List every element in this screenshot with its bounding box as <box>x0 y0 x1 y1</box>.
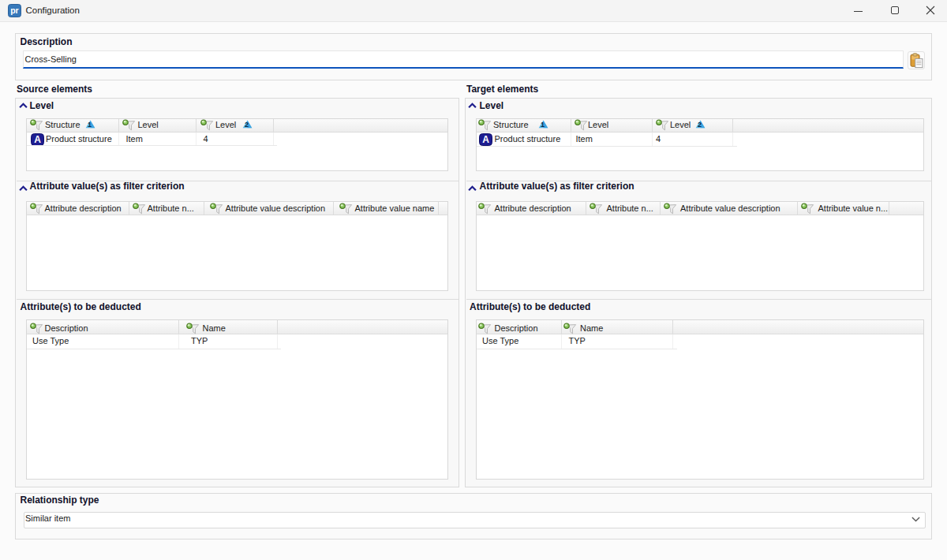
svg-text:A: A <box>34 134 41 145</box>
svg-text:A: A <box>482 134 489 145</box>
svg-text:2: 2 <box>245 121 249 129</box>
svg-text:1: 1 <box>541 121 545 129</box>
svg-text:pr: pr <box>10 6 19 15</box>
svg-text:1: 1 <box>88 121 92 129</box>
svg-text:2: 2 <box>698 121 702 129</box>
